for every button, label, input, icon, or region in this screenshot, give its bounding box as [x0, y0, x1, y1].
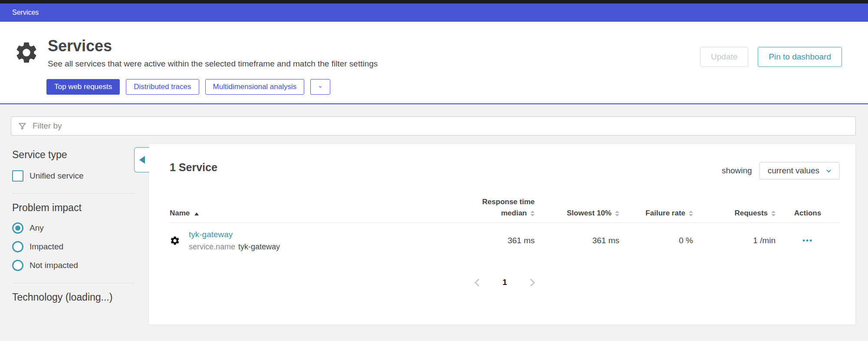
- filter-funnel-icon: [18, 122, 27, 131]
- sort-icon: [689, 211, 693, 216]
- triangle-left-icon: [139, 156, 145, 164]
- tab-multidimensional-analysis[interactable]: Multidimensional analysis: [205, 79, 305, 95]
- breadcrumb[interactable]: Services: [12, 9, 39, 17]
- service-gear-icon: [170, 235, 180, 246]
- radio-impacted-row[interactable]: Impacted: [12, 241, 135, 252]
- tab-top-web-requests[interactable]: Top web requests: [46, 79, 120, 95]
- pagination: 1: [170, 276, 840, 289]
- chevron-right-icon: [527, 278, 535, 286]
- table-row: tyk-gateway service.nametyk-gateway 361 …: [170, 223, 840, 259]
- sidebar-divider: [12, 283, 135, 283]
- next-page-button[interactable]: [524, 276, 537, 289]
- filter-bar: [11, 116, 856, 136]
- sort-icon: [615, 211, 619, 216]
- page-header: Services See all services that were acti…: [0, 22, 868, 104]
- page-title: Services: [48, 37, 378, 55]
- previous-page-button[interactable]: [472, 276, 485, 289]
- radio-impacted-label: Impacted: [30, 242, 63, 252]
- radio-unselected-icon[interactable]: [12, 260, 23, 271]
- top-nav-bar: Services: [0, 3, 868, 22]
- meta-value: tyk-gateway: [238, 242, 280, 251]
- sidebar-divider: [12, 193, 135, 194]
- unified-service-checkbox-row[interactable]: Unified service: [12, 170, 135, 182]
- service-count-title: 1 Service: [170, 161, 217, 174]
- showing-label: showing: [722, 166, 752, 175]
- sort-icon: [771, 211, 776, 216]
- more-tabs-button[interactable]: [310, 79, 330, 95]
- column-header-actions: Actions: [776, 209, 840, 218]
- page-subtitle: See all services that were active within…: [48, 59, 378, 69]
- service-name-link[interactable]: tyk-gateway: [189, 230, 233, 239]
- collapse-sidebar-button[interactable]: [134, 147, 149, 172]
- tab-distributed-traces[interactable]: Distributed traces: [126, 79, 199, 95]
- radio-not-impacted-row[interactable]: Not impacted: [12, 260, 135, 271]
- sort-ascending-icon: [194, 212, 199, 215]
- meta-key: service.name: [189, 242, 235, 251]
- services-panel: 1 Service showing current values Name Re…: [148, 143, 856, 325]
- chevron-left-icon: [475, 278, 483, 286]
- chevron-down-icon: [825, 167, 833, 175]
- window-chrome-strip: [0, 0, 868, 3]
- column-header-failure-rate[interactable]: Failure rate: [619, 209, 693, 218]
- technology-heading: Technology (loading...): [12, 291, 135, 303]
- column-header-requests[interactable]: Requests: [693, 209, 776, 218]
- column-header-name[interactable]: Name: [170, 209, 433, 218]
- analysis-tabs: Top web requests Distributed traces Mult…: [46, 79, 868, 95]
- radio-any-row[interactable]: Any: [12, 222, 135, 234]
- column-header-slowest[interactable]: Slowest 10%: [535, 209, 619, 218]
- cell-response-time-median: 361 ms: [433, 236, 535, 245]
- unified-service-label: Unified service: [30, 171, 84, 181]
- problem-impact-radio-group: Any Impacted Not impacted: [12, 222, 135, 271]
- cell-slowest-10: 361 ms: [535, 236, 619, 245]
- radio-not-impacted-label: Not impacted: [30, 261, 78, 270]
- filter-sidebar: Service type Unified service Problem imp…: [0, 143, 148, 303]
- services-gear-icon: [14, 40, 39, 65]
- current-page-number: 1: [503, 278, 507, 287]
- checkbox-unchecked-icon[interactable]: [12, 170, 23, 182]
- radio-any-label: Any: [30, 223, 44, 233]
- values-mode-selected: current values: [768, 166, 819, 175]
- radio-unselected-icon[interactable]: [12, 241, 23, 252]
- update-button[interactable]: Update: [700, 47, 748, 67]
- values-mode-dropdown[interactable]: current values: [760, 162, 840, 179]
- services-table: Name Response time median Slowest 10% Fa…: [170, 198, 840, 259]
- table-header-row: Name Response time median Slowest 10% Fa…: [170, 198, 840, 223]
- sort-icon: [530, 211, 535, 216]
- filter-input[interactable]: [33, 121, 849, 131]
- cell-requests: 1 /min: [693, 236, 776, 245]
- chevron-down-icon: [318, 83, 322, 91]
- row-actions-button[interactable]: •••: [776, 236, 840, 245]
- problem-impact-heading: Problem impact: [12, 202, 135, 214]
- cell-failure-rate: 0 %: [619, 236, 693, 245]
- column-header-response-time[interactable]: Response time median: [433, 198, 535, 218]
- radio-selected-icon[interactable]: [12, 222, 23, 234]
- service-meta: service.nametyk-gateway: [189, 242, 280, 252]
- content-area: Service type Unified service Problem imp…: [0, 116, 868, 341]
- service-type-heading: Service type: [12, 149, 135, 161]
- pin-to-dashboard-button[interactable]: Pin to dashboard: [758, 47, 842, 67]
